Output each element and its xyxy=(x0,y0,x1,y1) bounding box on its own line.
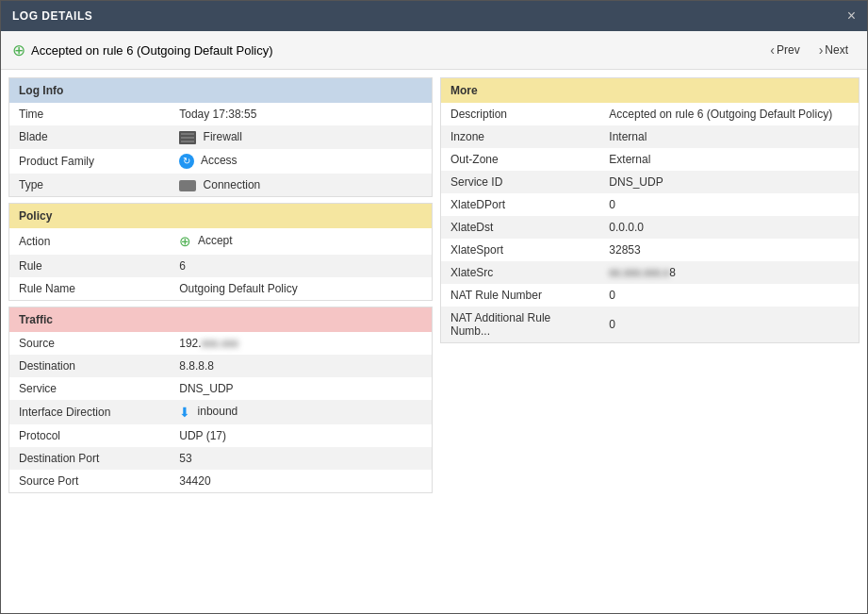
service-value: DNS_UDP xyxy=(170,377,432,400)
out-zone-value: External xyxy=(599,148,859,171)
next-label: Next xyxy=(825,43,848,57)
dialog-body: Log Info Time Today 17:38:55 Blade Fire xyxy=(1,70,867,613)
table-row: Source 192.xxx.xxx xyxy=(9,332,432,355)
table-row: XlateSrc xx.xxx.xxx.x8 xyxy=(441,261,859,284)
left-panel: Log Info Time Today 17:38:55 Blade Fire xyxy=(8,77,433,606)
table-row: Service DNS_UDP xyxy=(9,377,432,400)
xlate-sport-value: 32853 xyxy=(599,239,859,261)
log-details-dialog: LOG DETAILS × ⊕ Accepted on rule 6 (Outg… xyxy=(0,0,868,614)
blade-label: Blade xyxy=(9,125,170,149)
xlate-src-blurred: xx.xxx.xxx.x xyxy=(609,266,669,279)
table-row: Destination 8.8.8.8 xyxy=(9,355,432,377)
dialog-header: LOG DETAILS × xyxy=(1,1,867,31)
service-label: Service xyxy=(9,377,170,400)
chevron-left-icon: ‹ xyxy=(770,42,775,58)
inbound-icon: ⬇ xyxy=(179,405,190,420)
traffic-header: Traffic xyxy=(9,307,432,332)
traffic-section: Traffic Source 192.xxx.xxx Destination 8… xyxy=(8,307,433,493)
time-value: Today 17:38:55 xyxy=(170,103,432,125)
xlate-sport-label: XlateSport xyxy=(441,239,599,261)
table-row: Rule Name Outgoing Default Policy xyxy=(9,277,432,300)
more-section: More Description Accepted on rule 6 (Out… xyxy=(440,77,860,343)
blade-value: Firewall xyxy=(170,125,432,149)
table-row: Service ID DNS_UDP xyxy=(441,171,859,193)
table-row: Time Today 17:38:55 xyxy=(9,103,432,125)
product-family-value: ↻ Access xyxy=(170,149,432,174)
product-family-label: Product Family xyxy=(9,149,170,174)
table-row: NAT Additional Rule Numb... 0 xyxy=(441,307,859,342)
policy-table: Action ⊕ Accept Rule 6 Rule Name Outgoin… xyxy=(9,228,432,300)
xlate-dst-value: 0.0.0.0 xyxy=(599,216,859,239)
table-row: Protocol UDP (17) xyxy=(9,424,432,447)
xlate-dport-label: XlateDPort xyxy=(441,193,599,216)
accept-icon: ⊕ xyxy=(179,233,191,249)
destination-label: Destination xyxy=(9,355,170,377)
rule-name-value: Outgoing Default Policy xyxy=(170,277,432,300)
next-button[interactable]: › Next xyxy=(811,39,856,61)
description-label: Description xyxy=(441,103,599,125)
table-row: Inzone Internal xyxy=(441,125,859,148)
inzone-value: Internal xyxy=(599,125,859,148)
log-info-header: Log Info xyxy=(9,78,432,103)
table-row: XlateDPort 0 xyxy=(441,193,859,216)
interface-direction-value: ⬇ inbound xyxy=(170,400,432,424)
table-row: Type Connection xyxy=(9,174,432,196)
xlate-dst-label: XlateDst xyxy=(441,216,599,239)
service-id-label: Service ID xyxy=(441,171,599,193)
chevron-right-icon: › xyxy=(819,42,824,58)
right-panel: More Description Accepted on rule 6 (Out… xyxy=(440,77,860,606)
table-row: Description Accepted on rule 6 (Outgoing… xyxy=(441,103,859,125)
nav-bar: ⊕ Accepted on rule 6 (Outgoing Default P… xyxy=(1,31,867,70)
table-row: Out-Zone External xyxy=(441,148,859,171)
action-label: Action xyxy=(9,228,170,255)
xlate-src-value: xx.xxx.xxx.x8 xyxy=(599,261,859,284)
firewall-icon xyxy=(179,131,196,144)
log-info-table: Time Today 17:38:55 Blade Firewall xyxy=(9,103,432,196)
description-value: Accepted on rule 6 (Outgoing Default Pol… xyxy=(599,103,859,125)
table-row: XlateSport 32853 xyxy=(441,239,859,261)
status-text: Accepted on rule 6 (Outgoing Default Pol… xyxy=(31,43,273,58)
table-row: Action ⊕ Accept xyxy=(9,228,432,255)
table-row: Source Port 34420 xyxy=(9,470,432,492)
protocol-value: UDP (17) xyxy=(170,424,432,447)
source-label: Source xyxy=(9,332,170,355)
nat-additional-value: 0 xyxy=(599,307,859,342)
policy-section: Policy Action ⊕ Accept Rule 6 xyxy=(8,203,433,301)
close-button[interactable]: × xyxy=(847,8,856,24)
source-port-value: 34420 xyxy=(170,470,432,492)
xlate-src-suffix: 8 xyxy=(669,266,676,279)
accept-status-icon: ⊕ xyxy=(12,41,25,60)
dialog-title: LOG DETAILS xyxy=(12,9,92,23)
nat-rule-value: 0 xyxy=(599,284,859,307)
more-table: Description Accepted on rule 6 (Outgoing… xyxy=(441,103,859,342)
nav-controls: ‹ Prev › Next xyxy=(762,39,856,61)
source-port-label: Source Port xyxy=(9,470,170,492)
table-row: Product Family ↻ Access xyxy=(9,149,432,174)
rule-name-label: Rule Name xyxy=(9,277,170,300)
more-header: More xyxy=(441,78,859,103)
traffic-table: Source 192.xxx.xxx Destination 8.8.8.8 S… xyxy=(9,332,432,492)
rule-value: 6 xyxy=(170,255,432,277)
log-info-section: Log Info Time Today 17:38:55 Blade Fire xyxy=(8,77,433,197)
policy-header: Policy xyxy=(9,204,432,228)
type-label: Type xyxy=(9,174,170,196)
status-area: ⊕ Accepted on rule 6 (Outgoing Default P… xyxy=(12,41,273,60)
time-label: Time xyxy=(9,103,170,125)
table-row: Rule 6 xyxy=(9,255,432,277)
dest-port-value: 53 xyxy=(170,447,432,470)
source-value: 192.xxx.xxx xyxy=(170,332,432,355)
table-row: XlateDst 0.0.0.0 xyxy=(441,216,859,239)
action-value: ⊕ Accept xyxy=(170,228,432,255)
protocol-label: Protocol xyxy=(9,424,170,447)
table-row: Interface Direction ⬇ inbound xyxy=(9,400,432,424)
nat-additional-label: NAT Additional Rule Numb... xyxy=(441,307,599,342)
prev-button[interactable]: ‹ Prev xyxy=(762,39,807,61)
table-row: Blade Firewall xyxy=(9,125,432,149)
type-value: Connection xyxy=(170,174,432,196)
prev-label: Prev xyxy=(777,43,800,57)
interface-direction-label: Interface Direction xyxy=(9,400,170,424)
connection-icon xyxy=(179,180,196,191)
xlate-src-label: XlateSrc xyxy=(441,261,599,284)
xlate-dport-value: 0 xyxy=(599,193,859,216)
table-row: NAT Rule Number 0 xyxy=(441,284,859,307)
